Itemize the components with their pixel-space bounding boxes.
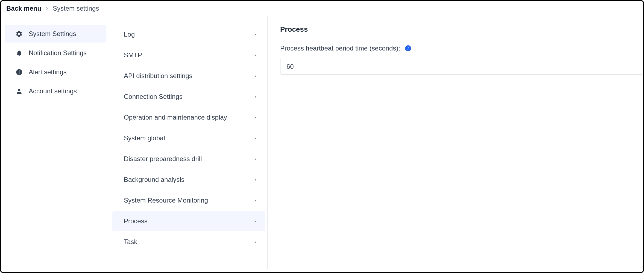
alert-icon: [16, 69, 23, 76]
chevron-right-icon: [254, 155, 257, 162]
submenu-item-dpd[interactable]: Disaster preparedness drill: [112, 149, 265, 169]
info-icon[interactable]: i: [405, 45, 411, 51]
submenu-item-system-global[interactable]: System global: [112, 128, 265, 148]
chevron-right-icon: [254, 197, 257, 204]
heartbeat-label-row: Process heartbeat period time (seconds):…: [280, 44, 643, 52]
submenu-item-log[interactable]: Log: [112, 25, 265, 44]
page-title: Process: [280, 25, 643, 34]
submenu-item-label: SMTP: [124, 51, 142, 59]
sidebar: System Settings Notification Settings Al…: [1, 16, 110, 269]
svg-point-3: [18, 89, 21, 91]
chevron-right-icon: [254, 72, 257, 79]
user-icon: [16, 88, 23, 95]
gear-icon: [16, 30, 23, 37]
heartbeat-label: Process heartbeat period time (seconds):: [280, 44, 400, 52]
sidebar-item-account-settings[interactable]: Account settings: [5, 82, 106, 100]
submenu-item-label: Background analysis: [124, 176, 184, 183]
chevron-right-icon: [254, 93, 257, 100]
heartbeat-input[interactable]: [280, 59, 643, 75]
bell-icon: [16, 49, 23, 57]
submenu-item-omd[interactable]: Operation and maintenance display: [112, 108, 265, 127]
submenu-item-label: Disaster preparedness drill: [124, 155, 202, 163]
svg-rect-1: [19, 70, 19, 73]
sidebar-item-label: Account settings: [29, 87, 77, 95]
breadcrumb: Back menu System settings: [1, 1, 643, 16]
submenu-item-connection[interactable]: Connection Settings: [112, 87, 265, 106]
submenu-item-label: Connection Settings: [124, 93, 183, 100]
sidebar-item-alert-settings[interactable]: Alert settings: [5, 63, 106, 81]
sidebar-item-label: Alert settings: [29, 68, 67, 76]
svg-rect-2: [19, 73, 19, 74]
chevron-right-icon: [254, 114, 257, 121]
submenu-item-label: API distribution settings: [124, 72, 192, 80]
submenu-item-label: System global: [124, 134, 165, 142]
breadcrumb-back[interactable]: Back menu: [6, 5, 41, 12]
submenu-item-label: Log: [124, 31, 135, 38]
submenu-item-srm[interactable]: System Resource Monitoring: [112, 191, 265, 210]
chevron-right-icon: [254, 52, 257, 59]
submenu-item-process[interactable]: Process: [112, 211, 265, 231]
chevron-right-icon: [254, 31, 257, 38]
breadcrumb-current: System settings: [53, 5, 99, 12]
sidebar-item-system-settings[interactable]: System Settings: [5, 25, 106, 43]
chevron-right-icon: [254, 218, 257, 225]
submenu-item-label: Task: [124, 238, 137, 246]
chevron-right-icon: [45, 5, 49, 12]
submenu-item-smtp[interactable]: SMTP: [112, 45, 265, 65]
chevron-right-icon: [254, 135, 257, 142]
submenu-item-api-distribution[interactable]: API distribution settings: [112, 66, 265, 86]
sidebar-item-label: Notification Settings: [29, 49, 87, 57]
chevron-right-icon: [254, 238, 257, 245]
content-panel: Process Process heartbeat period time (s…: [268, 16, 643, 269]
submenu-item-bg-analysis[interactable]: Background analysis: [112, 170, 265, 189]
submenu-item-label: Process: [124, 217, 148, 225]
submenu-item-task[interactable]: Task: [112, 232, 265, 252]
submenu-item-label: Operation and maintenance display: [124, 114, 227, 121]
submenu-item-label: System Resource Monitoring: [124, 197, 208, 204]
chevron-right-icon: [254, 176, 257, 183]
submenu: Log SMTP API distribution settings Conne…: [110, 16, 268, 269]
sidebar-item-notification-settings[interactable]: Notification Settings: [5, 44, 106, 62]
sidebar-item-label: System Settings: [29, 30, 76, 38]
